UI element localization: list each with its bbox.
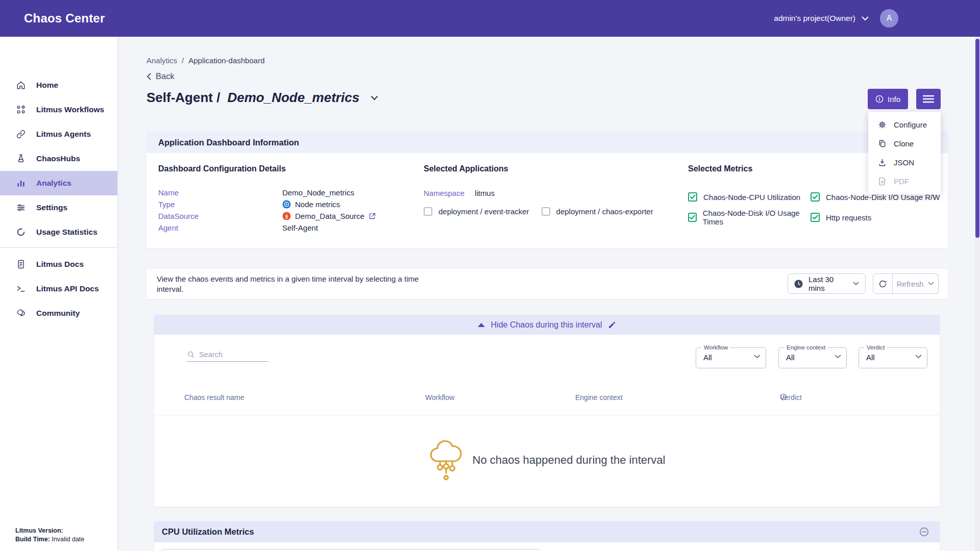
checkbox-checked-icon [811, 213, 820, 222]
sidebar: Home Litmus Workflows Litmus Agents Chao… [0, 37, 117, 551]
chevron-down-icon [835, 355, 841, 359]
chevron-down-icon [928, 282, 934, 286]
refresh-now-button[interactable] [873, 273, 893, 294]
dashboard-menu-dropdown: Configure Clone JSON PDF [868, 112, 941, 194]
workflows-icon [15, 104, 27, 115]
search-field [187, 350, 268, 362]
checkbox-unchecked-icon [424, 207, 432, 216]
sliders-icon [15, 202, 27, 213]
terminal-icon [15, 283, 27, 294]
metric-checkbox-label: Chaos-Node-CPU Utilization [703, 193, 800, 202]
sidebar-item-litmus-api-docs[interactable]: Litmus API Docs [0, 277, 117, 301]
project-selector[interactable]: admin's project(Owner) [774, 14, 869, 23]
datasource-label: DataSource [158, 212, 282, 220]
app-checkbox-chaos-exporter[interactable]: deployment / chaos-exporter [542, 207, 653, 216]
metric-checkbox-disk-io-times[interactable]: Chaos-Node-Disk I/O Usage Times [688, 209, 811, 226]
collapse-minus-icon[interactable] [919, 527, 929, 537]
menu-item-configure[interactable]: Configure [868, 115, 941, 134]
metric-checkbox-label: Chaos-Node-Disk I/O Usage Times [703, 209, 811, 226]
sidebar-item-litmus-agents[interactable]: Litmus Agents [0, 122, 117, 146]
namespace-value: litmus [475, 189, 495, 197]
sidebar-item-analytics[interactable]: Analytics [0, 171, 117, 195]
menu-item-label: JSON [894, 158, 914, 167]
time-interval-panel: View the chaos events and metrics in a g… [146, 269, 948, 299]
app-checkbox-event-tracker[interactable]: deployment / event-tracker [424, 207, 529, 216]
sidebar-item-home[interactable]: Home [0, 73, 117, 97]
menu-item-json[interactable]: JSON [868, 153, 941, 172]
hide-chaos-toggle[interactable]: Hide Chaos during this interval [154, 315, 940, 335]
back-button[interactable]: Back [146, 71, 175, 81]
chevron-down-icon [915, 355, 922, 359]
workflow-filter[interactable]: Workflow All [696, 347, 766, 368]
sidebar-item-label: Home [36, 81, 58, 90]
prometheus-icon [282, 212, 291, 220]
sidebar-item-label: Litmus API Docs [36, 284, 99, 293]
sidebar-item-litmus-docs[interactable]: Litmus Docs [0, 252, 117, 277]
metric-checkbox-http-requests[interactable]: Http requests [811, 209, 940, 226]
sidebar-item-chaoshubs[interactable]: ChaosHubs [0, 146, 117, 171]
breadcrumb-separator: / [182, 56, 184, 65]
sidebar-item-usage-statistics[interactable]: Usage Statistics [0, 220, 117, 244]
chevron-down-icon [853, 282, 859, 286]
checkbox-unchecked-icon [542, 207, 550, 216]
file-icon [877, 177, 887, 187]
sidebar-item-label: Community [36, 309, 80, 318]
sidebar-item-label: Litmus Workflows [36, 105, 104, 114]
sidebar-item-community[interactable]: Community [0, 301, 117, 325]
verdict-filter[interactable]: Verdict All [859, 347, 927, 368]
selected-applications-title: Selected Applications [424, 164, 508, 173]
menu-item-label: Clone [894, 139, 914, 148]
document-icon [15, 259, 27, 270]
app-checkbox-label: deployment / chaos-exporter [556, 207, 653, 216]
filter-value: All [786, 353, 795, 362]
metric-checkbox-cpu-utilization[interactable]: Chaos-Node-CPU Utilization [688, 192, 811, 202]
app-checkbox-label: deployment / event-tracker [438, 207, 529, 216]
download-icon [877, 158, 887, 168]
config-details: Name Demo_Node_metrics Type Node metrics… [158, 188, 376, 233]
filter-value: All [866, 353, 875, 362]
type-value: Node metrics [295, 200, 340, 209]
usage-circle-icon [15, 227, 27, 238]
copy-icon [877, 139, 887, 149]
search-input[interactable] [199, 350, 260, 359]
empty-message: No chaos happened during the interval [473, 454, 666, 467]
cloud-empty-icon [429, 439, 463, 482]
checkbox-checked-icon [688, 213, 697, 222]
flask-icon [15, 153, 27, 164]
external-link-icon[interactable] [369, 212, 376, 220]
namespace-row: Namespace litmus [424, 189, 495, 197]
back-label: Back [156, 71, 175, 81]
name-label: Name [158, 188, 282, 197]
bar-chart-icon [15, 178, 27, 189]
scrollbar-track[interactable] [975, 37, 980, 551]
info-button[interactable]: Info [868, 89, 908, 109]
column-engine-context: Engine context [575, 393, 623, 402]
checkbox-checked-icon [688, 192, 697, 202]
sidebar-item-settings[interactable]: Settings [0, 195, 117, 220]
cpu-chart-placeholder [161, 549, 540, 551]
menu-item-label: PDF [894, 177, 909, 186]
dashboard-info-panel: Application Dashboard Information Dashbo… [146, 132, 948, 248]
time-range-select[interactable]: Last 30 mins [788, 273, 866, 294]
edit-pencil-icon[interactable] [608, 321, 616, 329]
avatar[interactable]: A [880, 9, 898, 28]
verdict-info-icon[interactable] [780, 393, 787, 400]
search-icon [187, 350, 195, 359]
breadcrumb-analytics[interactable]: Analytics [146, 56, 177, 65]
build-label: Build Time: [15, 536, 50, 543]
sidebar-item-label: Settings [36, 203, 67, 212]
dashboard-switcher-caret[interactable] [371, 95, 378, 101]
dashboard-menu-button[interactable] [916, 89, 941, 109]
scrollbar-thumb[interactable] [975, 39, 979, 238]
dashboard-info-title: Application Dashboard Information [146, 132, 948, 153]
title-dashboard-name: Demo_Node_metrics [227, 90, 359, 106]
menu-item-pdf[interactable]: PDF [868, 172, 941, 191]
title-agent: Self-Agent / [146, 90, 220, 106]
refresh-interval-select[interactable]: Refresh [893, 273, 939, 294]
sidebar-item-label: Litmus Docs [36, 260, 84, 269]
sidebar-item-litmus-workflows[interactable]: Litmus Workflows [0, 97, 117, 122]
chaos-events-panel: Hide Chaos during this interval Workflow… [154, 315, 940, 507]
engine-context-filter[interactable]: Engine context All [778, 347, 847, 368]
menu-item-clone[interactable]: Clone [868, 134, 941, 153]
filter-value: All [703, 353, 712, 362]
